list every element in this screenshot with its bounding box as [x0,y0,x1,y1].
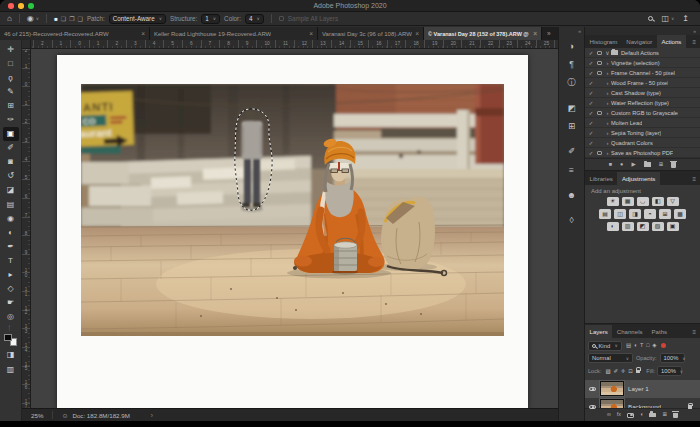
document-tab[interactable]: 46 of 215)-Recovered-Recovered.ARW × [0,27,150,40]
shape-tool[interactable]: ◇ [3,282,19,296]
crop-tool[interactable]: ⊞ [3,98,19,112]
action-check-icon[interactable]: ✓ [587,90,595,96]
intersect-selection-icon[interactable]: ❑ [78,15,83,22]
brush-settings-panel-icon[interactable]: ✐ [562,143,582,159]
close-tab-icon[interactable]: × [138,30,145,37]
layer-effects-icon[interactable]: fx [617,412,621,418]
horizontal-ruler[interactable]: 2101234567891011121314151617181920212223… [22,40,558,49]
photo-image[interactable]: ANTI CO aurant [81,84,504,336]
character-panel-icon[interactable]: ¶ [562,56,582,72]
info-panel-icon[interactable]: ⓘ [562,75,582,91]
action-row[interactable]: ✓ ∨ Default Actions [585,48,700,58]
photo-filter-icon[interactable]: ◓ [644,209,656,219]
zoom-level-field[interactable]: 25% [31,412,43,419]
action-expander-icon[interactable]: › [604,70,611,76]
sample-all-layers-checkbox[interactable] [279,16,284,21]
add-to-selection-icon[interactable]: ❏ [61,15,66,22]
action-row[interactable]: ✓ › Sepia Toning (layer) [585,128,700,138]
panel-menu-icon[interactable]: ≡ [692,39,700,45]
properties-panel-icon[interactable]: ◑ [562,38,582,54]
fill-dropdown[interactable]: 100% ∨ [657,366,682,376]
tab-overflow-icon[interactable]: » [542,27,556,40]
threshold-icon[interactable]: ◩ [637,222,649,232]
lock-position-icon[interactable]: ✛ [621,369,626,375]
action-expander-icon[interactable]: › [604,130,611,136]
layer-thumbnail[interactable] [600,381,624,396]
action-dialog-toggle[interactable] [597,51,602,55]
panel-tab[interactable]: Actions [657,35,686,48]
pen-tool[interactable]: ✒ [3,239,19,253]
filter-adjustment-layers-icon[interactable]: ◐ [634,343,637,349]
delete-action-icon[interactable] [671,161,676,168]
workspace-switcher[interactable]: ◫ ∨ [661,15,674,23]
canvas-area[interactable]: ANTI CO aurant [31,49,558,408]
panel-tab[interactable]: Histogram [585,35,622,48]
eraser-tool[interactable]: ◪ [3,183,19,197]
visibility-eye-icon[interactable] [589,405,596,410]
panel-tab[interactable]: Navigator [622,35,657,48]
brush-tool[interactable]: ✐ [3,141,19,155]
action-row[interactable]: ✓ › Cast Shadow (type) [585,88,700,98]
clone-stamp-tool[interactable]: ◙ [3,155,19,169]
close-tab-icon[interactable]: × [530,30,537,37]
visibility-eye-icon[interactable] [589,387,596,392]
subtract-from-selection-icon[interactable]: ❐ [69,15,74,22]
expand-panels-icon[interactable]: « [578,27,584,35]
black-white-icon[interactable]: ◨ [629,209,641,219]
action-row[interactable]: ✓ › Custom RGB to Grayscale [585,108,700,118]
action-dialog-toggle[interactable] [597,71,602,75]
action-expander-icon[interactable]: › [604,120,611,126]
action-expander-icon[interactable]: › [604,80,611,86]
action-expander-icon[interactable]: › [604,90,611,96]
search-icon[interactable] [648,16,653,21]
blend-mode-dropdown[interactable]: Normal ∨ [588,353,633,363]
filter-pixel-layers-icon[interactable]: ▤ [626,343,631,349]
action-check-icon[interactable]: ✓ [587,70,595,76]
record-icon[interactable]: ● [620,162,623,168]
structure-dropdown[interactable]: 1 ∨ [201,14,220,24]
hand-tool[interactable]: ☛ [3,296,19,310]
zoom-tool[interactable]: ◎ [3,310,19,324]
invert-icon[interactable]: ◐ [607,222,619,232]
action-check-icon[interactable]: ✓ [587,110,595,116]
delete-layer-icon[interactable] [673,412,678,419]
document-tab[interactable]: Keller Road Lighthouse 19-Recovered.ARW … [150,27,318,40]
screen-mode-icon[interactable]: ▥ [3,362,19,376]
levels-icon[interactable]: ▦ [622,197,634,207]
lock-transparency-icon[interactable]: ▨ [605,369,610,375]
move-tool[interactable]: ✛ [3,42,19,56]
lock-pixels-icon[interactable]: ✐ [613,369,618,375]
panel-tab[interactable]: Libraries [585,172,617,185]
layer-filter-kind-dropdown[interactable]: Kind ∨ [588,341,622,351]
path-selection-tool[interactable]: ▸ [3,268,19,282]
history-brush-tool[interactable]: ↺ [3,169,19,183]
action-expander-icon[interactable]: › [604,140,611,146]
lock-all-icon[interactable] [636,370,641,374]
filter-shape-layers-icon[interactable]: □ [646,343,649,349]
opacity-dropdown[interactable]: 100% ∨ [660,353,685,363]
folder-icon[interactable] [644,162,651,167]
action-dialog-toggle[interactable] [597,61,602,65]
gradient-tool[interactable]: ▤ [3,197,19,211]
swatches-panel-icon[interactable]: ⊞ [562,118,582,134]
home-icon[interactable]: ⌂ [7,15,12,23]
action-row[interactable]: ✓ › Molten Lead [585,118,700,128]
status-options-chevron[interactable]: › [151,412,153,419]
ruler-origin[interactable] [22,40,31,49]
panel-tab[interactable]: Channels [612,325,647,338]
layer-mask-icon[interactable] [627,413,634,418]
color-lookup-icon[interactable]: ▩ [674,209,686,219]
filter-toggle[interactable] [661,343,666,348]
color-dropdown[interactable]: 4 ∨ [245,14,264,24]
patch-mode-dropdown[interactable]: Content-Aware ∨ [109,14,166,24]
layer-group-icon[interactable] [649,413,656,418]
new-layer-icon[interactable]: ⊞ [662,412,667,418]
action-check-icon[interactable]: ✓ [587,150,595,156]
patch-tool[interactable]: ▣ [3,127,19,141]
action-expander-icon[interactable]: › [604,150,611,156]
brightness-contrast-icon[interactable]: ☀ [607,197,619,207]
action-check-icon[interactable]: ✓ [587,140,595,146]
libraries-panel-icon[interactable]: ☻ [562,187,582,203]
color-panel-icon[interactable]: ◩ [562,100,582,116]
action-check-icon[interactable]: ✓ [587,60,595,66]
